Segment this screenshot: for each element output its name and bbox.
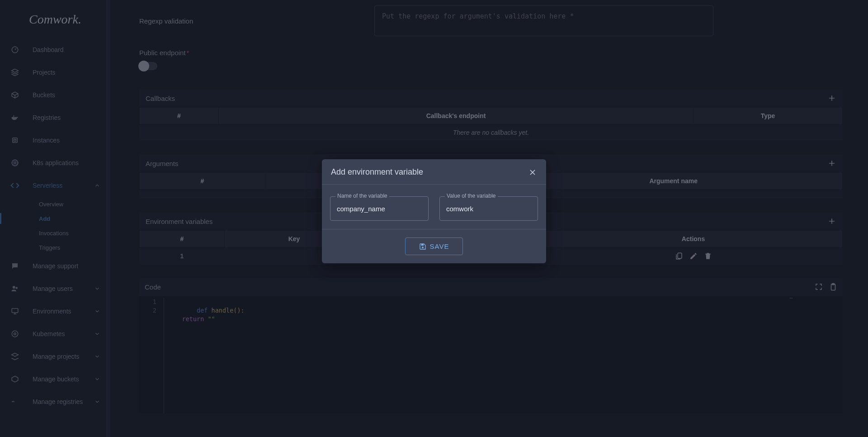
modal-overlay[interactable]: Add environment variable Name of the var… (0, 0, 868, 437)
add-env-var-modal: Add environment variable Name of the var… (322, 159, 546, 263)
variable-value-input[interactable] (439, 196, 538, 221)
save-button[interactable]: SAVE (405, 238, 463, 255)
svg-rect-21 (421, 244, 423, 246)
variable-name-label: Name of the variable (335, 193, 389, 199)
variable-value-field: Value of the variable (439, 196, 538, 221)
modal-title: Add environment variable (331, 167, 423, 177)
variable-value-label: Value of the variable (445, 193, 498, 199)
variable-name-input[interactable] (330, 196, 429, 221)
variable-name-field: Name of the variable (330, 196, 429, 221)
save-button-label: SAVE (430, 242, 449, 250)
close-icon[interactable] (528, 168, 537, 177)
svg-point-22 (422, 247, 424, 248)
save-disk-icon (419, 243, 426, 250)
